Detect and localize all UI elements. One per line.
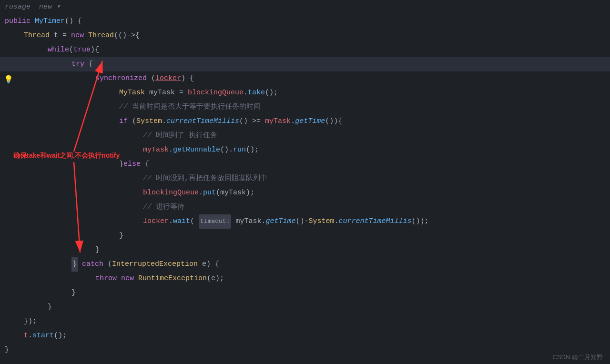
code-line-1: public MyTimer() { — [0, 14, 610, 29]
annotation-label: 确保take和wait之间,不会执行notify — [13, 152, 120, 160]
code-line-12: // 时间没到,再把任务放回阻塞队列中 — [0, 172, 610, 186]
code-line-14: // 进行等待 — [0, 200, 610, 214]
code-line-19: throw new RuntimeException(e); — [0, 272, 610, 286]
code-line-17: } — [0, 243, 610, 257]
code-container: rusage new ▾ public MyTimer() { Thread t… — [0, 0, 610, 364]
code-line-23: t.start(); — [0, 329, 610, 343]
code-line-2: Thread t = new Thread(()->{ — [0, 29, 610, 43]
code-line-13: blockingQueue.put(myTask); — [0, 186, 610, 200]
footer: CSDN @二月知野 — [545, 351, 610, 364]
code-line-20: } — [0, 286, 610, 300]
annotation-text: 确保take和wait之间,不会执行notify — [13, 152, 120, 159]
code-line-6: MyTask myTask = blockingQueue.take(); — [0, 86, 610, 100]
code-line-4: 💡 try { — [0, 57, 610, 71]
code-line-16: } — [0, 229, 610, 243]
code-line-18: } catch (InterruptedException e) { — [0, 257, 610, 272]
code-line-22: }); — [0, 314, 610, 329]
code-line-5: synchronized (locker) { — [0, 71, 610, 86]
code-line-9: // 时间到了 执行任务 — [0, 129, 610, 143]
code-line-24: } — [0, 343, 610, 357]
code-line-7: // 当前时间是否大于等于要执行任务的时间 — [0, 100, 610, 114]
code-line-15: locker.wait( timeout: myTask.getTime()-S… — [0, 214, 610, 229]
code-line-top: rusage new ▾ — [0, 0, 610, 14]
code-line-8: if (System.currentTimeMillis() >= myTask… — [0, 114, 610, 129]
footer-text: CSDN @二月知野 — [552, 354, 603, 361]
code-line-3: while(true){ — [0, 43, 610, 57]
code-line-21: } — [0, 300, 610, 314]
